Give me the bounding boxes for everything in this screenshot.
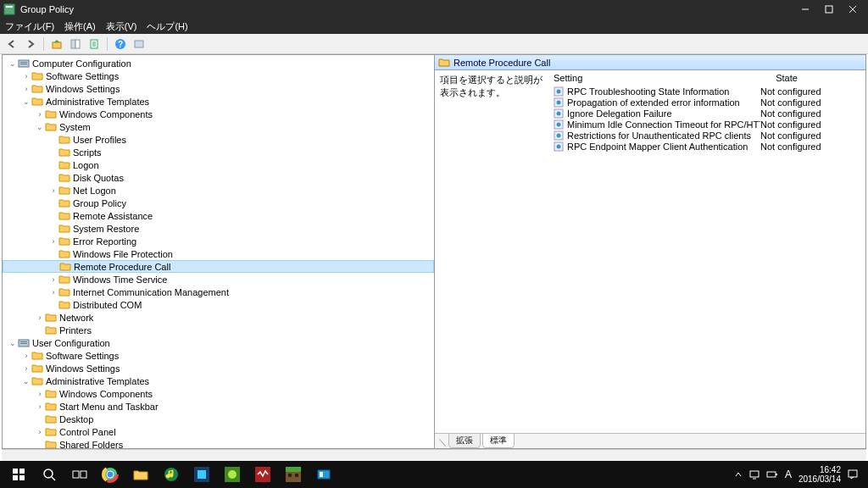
svg-rect-8 <box>75 40 80 48</box>
tree-node[interactable]: ·Scripts <box>3 146 434 158</box>
tree-node[interactable]: ›Software Settings <box>3 349 434 362</box>
taskbar-app-1[interactable] <box>186 463 217 486</box>
taskbar-app-2[interactable] <box>217 463 248 486</box>
setting-row[interactable]: Propagation of extended error informatio… <box>554 97 865 108</box>
tree-node[interactable]: ›Software Settings <box>3 69 434 82</box>
svg-rect-12 <box>135 41 143 47</box>
tray-notifications-icon[interactable] <box>848 469 858 480</box>
taskbar-app-mmc[interactable] <box>309 463 339 486</box>
collapse-icon[interactable]: ⌄ <box>8 59 18 68</box>
setting-name: RPC Endpoint Mapper Client Authenticatio… <box>567 141 760 152</box>
tree-node[interactable]: ·Logon <box>3 158 434 171</box>
tree-node[interactable]: ›Windows Components <box>3 108 434 120</box>
collapse-icon[interactable]: ⌄ <box>21 97 31 106</box>
forward-button[interactable] <box>22 36 39 53</box>
tree-node[interactable]: ·Printers <box>3 324 434 336</box>
minimize-button[interactable] <box>793 0 817 19</box>
tree-node[interactable]: ›Network <box>3 311 434 324</box>
expand-icon[interactable]: › <box>35 390 45 398</box>
col-header-setting[interactable]: Setting <box>554 73 748 83</box>
tree-node[interactable]: ›Start Menu and Taskbar <box>3 400 434 413</box>
tree-node[interactable]: ·Shared Folders <box>3 438 434 448</box>
collapse-icon[interactable]: ⌄ <box>21 377 31 385</box>
expand-icon[interactable]: › <box>21 72 31 80</box>
start-button[interactable] <box>3 463 34 486</box>
help-button[interactable]: ? <box>112 36 129 53</box>
tree-pane[interactable]: ⌄Computer Configuration›Software Setting… <box>3 55 435 448</box>
taskbar-app-3[interactable] <box>248 463 278 486</box>
expand-icon[interactable]: › <box>35 313 45 322</box>
tree-node[interactable]: ⌄Computer Configuration <box>3 57 434 69</box>
tree-node[interactable]: ›Net Logon <box>3 184 434 197</box>
tree-node[interactable]: ·Remote Procedure Call <box>3 260 434 273</box>
tree-label: Error Reporting <box>73 236 136 247</box>
tray-ime-indicator[interactable]: A <box>785 469 792 480</box>
expand-icon[interactable]: › <box>21 352 31 360</box>
back-button[interactable] <box>3 36 20 53</box>
expand-icon[interactable]: › <box>48 186 58 195</box>
tree-node[interactable]: ›Error Reporting <box>3 235 434 247</box>
tree-node[interactable]: ⌄User Configuration <box>3 336 434 349</box>
expand-icon[interactable]: › <box>21 364 31 373</box>
tray-chevron-up-icon[interactable] <box>734 470 743 479</box>
show-hide-tree-button[interactable] <box>67 36 84 53</box>
up-button[interactable] <box>48 36 65 53</box>
task-view-button[interactable] <box>64 463 95 486</box>
tree-node[interactable]: ›Windows Time Service <box>3 273 434 286</box>
expand-icon[interactable]: › <box>35 428 45 436</box>
col-header-state[interactable]: State <box>748 73 825 83</box>
close-button[interactable] <box>841 0 865 19</box>
expand-icon[interactable]: › <box>35 402 45 411</box>
tree-node[interactable]: ›Internet Communication Management <box>3 286 434 298</box>
maximize-button[interactable] <box>817 0 841 19</box>
menu-help[interactable]: ヘルプ(H) <box>147 20 187 33</box>
taskbar-app-explorer[interactable] <box>125 463 156 486</box>
taskbar-app-minecraft[interactable] <box>278 463 309 486</box>
expand-icon[interactable]: › <box>48 288 58 297</box>
tree-node[interactable]: ·System Restore <box>3 222 434 235</box>
tree-node[interactable]: ⌄System <box>3 120 434 133</box>
setting-row[interactable]: Ignore Delegation FailureNot configured <box>554 108 865 119</box>
setting-row[interactable]: RPC Endpoint Mapper Client Authenticatio… <box>554 141 865 152</box>
tree-node[interactable]: ·User Profiles <box>3 133 434 146</box>
tab-standard[interactable]: 標準 <box>482 433 515 448</box>
menu-file[interactable]: ファイル(F) <box>5 20 54 33</box>
tree-node[interactable]: ·Disk Quotas <box>3 171 434 184</box>
tree-node[interactable]: ›Control Panel <box>3 425 434 438</box>
expand-icon[interactable]: › <box>48 237 58 246</box>
folder-icon <box>58 147 70 158</box>
tree-node[interactable]: ›Windows Components <box>3 387 434 400</box>
filter-button[interactable] <box>131 36 147 53</box>
svg-text:?: ? <box>118 40 123 49</box>
setting-row[interactable]: RPC Troubleshooting State InformationNot… <box>554 86 865 97</box>
collapse-icon[interactable]: ⌄ <box>8 339 18 347</box>
folder-icon <box>58 224 70 234</box>
tray-network-icon[interactable] <box>749 469 760 480</box>
expand-icon[interactable]: › <box>21 85 31 93</box>
tree-node[interactable]: ⌄Administrative Templates <box>3 374 434 387</box>
expand-icon[interactable]: › <box>35 110 45 119</box>
tree-node[interactable]: ·Desktop <box>3 413 434 425</box>
svg-rect-56 <box>750 471 759 477</box>
tray-battery-icon[interactable] <box>766 470 778 479</box>
setting-row[interactable]: Minimum Idle Connection Timeout for RPC/… <box>554 119 865 130</box>
tab-extended[interactable]: 拡張 <box>448 433 481 448</box>
tree-node[interactable]: ·Distributed COM <box>3 298 434 311</box>
taskbar-app-chrome[interactable] <box>95 463 125 486</box>
search-button[interactable] <box>34 463 64 486</box>
tray-time: 16:42 <box>798 465 841 474</box>
tray-clock[interactable]: 16:42 2016/03/14 <box>798 465 841 484</box>
export-list-button[interactable] <box>86 36 103 53</box>
menu-view[interactable]: 表示(V) <box>106 20 137 33</box>
taskbar-app-music[interactable] <box>156 463 186 486</box>
expand-icon[interactable]: › <box>48 275 58 284</box>
tree-node[interactable]: ·Group Policy <box>3 197 434 209</box>
tree-node[interactable]: ›Windows Settings <box>3 82 434 95</box>
tree-node[interactable]: ·Remote Assistance <box>3 209 434 222</box>
menu-action[interactable]: 操作(A) <box>64 20 96 33</box>
setting-row[interactable]: Restrictions for Unauthenticated RPC cli… <box>554 130 865 141</box>
tree-node[interactable]: ›Windows Settings <box>3 362 434 374</box>
tree-node[interactable]: ⌄Administrative Templates <box>3 95 434 108</box>
collapse-icon[interactable]: ⌄ <box>35 123 45 131</box>
tree-node[interactable]: ·Windows File Protection <box>3 247 434 260</box>
